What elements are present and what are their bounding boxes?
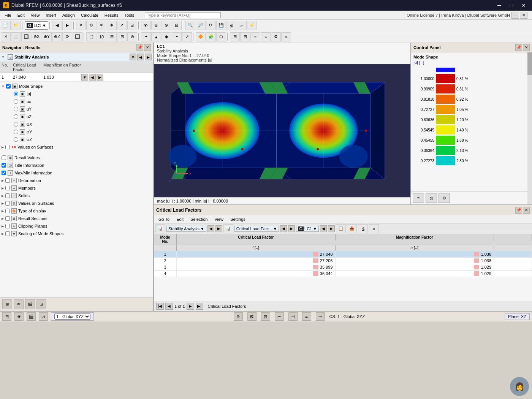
row-prev[interactable]: ◀ bbox=[89, 74, 96, 81]
scaling-expand[interactable]: ▶ bbox=[2, 232, 4, 236]
nav-clipping-planes[interactable]: ▶ ✂ Clipping Planes bbox=[0, 222, 153, 230]
clf-menu-selection[interactable]: Selection bbox=[187, 217, 211, 222]
cp-pin-btn[interactable]: 📌 bbox=[515, 44, 522, 51]
nav-mode-ux[interactable]: ▣ ux bbox=[0, 98, 153, 105]
nav-scaling-mode[interactable]: ▶ ⇔ Scaling of Mode Shapes bbox=[0, 230, 153, 238]
status-tool-2[interactable]: ⊠ bbox=[247, 312, 256, 321]
menu-view[interactable]: View bbox=[28, 11, 43, 19]
values-surfaces-2-expand[interactable]: ▶ bbox=[2, 202, 4, 205]
nav-item-mode-shape[interactable]: ▼ ▣ Mode Shape bbox=[0, 82, 153, 90]
status-tool-6[interactable]: ≡ bbox=[302, 312, 311, 321]
toolbar-btn-4[interactable]: ▶ bbox=[62, 21, 72, 30]
scaling-checkbox[interactable] bbox=[5, 231, 10, 236]
t2-btn-14[interactable]: ✦ bbox=[141, 32, 151, 41]
mode-radio-ux[interactable] bbox=[14, 99, 18, 104]
clipping-checkbox[interactable] bbox=[5, 224, 10, 228]
clf-menu-edit[interactable]: Edit bbox=[173, 217, 187, 222]
search-input[interactable] bbox=[145, 12, 221, 18]
members-expand[interactable]: ▶ bbox=[2, 187, 4, 190]
t2-btn-1[interactable]: ✕ bbox=[1, 32, 11, 41]
t2-btn-23[interactable]: ⊟ bbox=[240, 32, 250, 41]
status-btn-4[interactable]: ⊿ bbox=[39, 312, 48, 321]
menu-edit[interactable]: Edit bbox=[14, 11, 28, 19]
status-btn-3[interactable]: 🎬 bbox=[27, 312, 36, 321]
t2-btn-19[interactable]: 🔶 bbox=[196, 32, 206, 41]
toolbar-btn-20[interactable]: » bbox=[237, 21, 247, 30]
clf-nav-prev[interactable]: ◀ bbox=[207, 225, 214, 232]
mode-radio-phix[interactable] bbox=[14, 122, 18, 127]
status-cs[interactable]: 1 - Global XYZ bbox=[51, 312, 94, 321]
secondary-minimize[interactable]: ─ bbox=[511, 12, 519, 19]
status-tool-4[interactable]: ⊢ bbox=[275, 312, 284, 321]
toolbar-btn-9[interactable]: ↗ bbox=[117, 21, 127, 30]
status-tool-7[interactable]: ⊸ bbox=[316, 312, 325, 321]
t2-btn-3[interactable]: 🔲 bbox=[21, 32, 31, 41]
close-button[interactable]: ✕ bbox=[518, 2, 529, 9]
toolbar-btn-7[interactable]: ✶ bbox=[97, 21, 106, 30]
nav-mode-phiy[interactable]: ▣ φY bbox=[0, 128, 153, 136]
t2-btn-8[interactable]: 🔲 bbox=[73, 32, 82, 41]
minimize-button[interactable]: ─ bbox=[494, 2, 505, 9]
menu-insert[interactable]: Insert bbox=[43, 11, 59, 19]
t2-btn-5[interactable]: ⊕Y bbox=[42, 32, 52, 41]
row-next[interactable]: ▶ bbox=[97, 74, 103, 81]
t2-btn-4[interactable]: ⊕X bbox=[32, 32, 41, 41]
open-btn[interactable]: 📁 bbox=[11, 21, 21, 30]
nav-mode-phiz[interactable]: ▣ φZ bbox=[0, 136, 153, 143]
clf-btn-print[interactable]: 🖨 bbox=[358, 224, 368, 233]
t2-btn-13[interactable]: ⊘ bbox=[127, 32, 137, 41]
nav-values-surfaces[interactable]: ▶ XX Values on Surfaces bbox=[0, 143, 153, 151]
values-surfaces-expand[interactable]: ▶ bbox=[2, 146, 4, 149]
page-last[interactable]: ▶| bbox=[196, 303, 203, 310]
nav-title-information[interactable]: Ⓘ Title Information bbox=[0, 162, 153, 169]
toolbar-btn-18[interactable]: 💾 bbox=[216, 21, 226, 30]
members-checkbox[interactable] bbox=[5, 186, 10, 190]
deformation-expand[interactable]: ▶ bbox=[2, 179, 4, 182]
t2-btn-21[interactable]: ⬡ bbox=[216, 32, 226, 41]
toolbar-btn-14[interactable]: ⊡ bbox=[172, 21, 182, 30]
nav-mode-uz[interactable]: ▣ uZ bbox=[0, 113, 153, 120]
t2-btn-10[interactable]: 10 bbox=[97, 32, 106, 41]
mode-radio-uy[interactable] bbox=[14, 107, 18, 111]
clf-tb-icon[interactable]: 📊 bbox=[155, 224, 165, 233]
stability-expand[interactable]: ▼ bbox=[2, 55, 6, 59]
scrollbar-thumb[interactable] bbox=[527, 52, 532, 75]
page-prev[interactable]: ◀ bbox=[165, 303, 173, 310]
t2-btn-6[interactable]: ⊕Z bbox=[52, 32, 62, 41]
cs-select[interactable]: 1 - Global XYZ bbox=[54, 314, 90, 320]
status-btn-1[interactable]: ⊞ bbox=[2, 312, 11, 321]
toolbar-btn-3[interactable]: ◀ bbox=[52, 21, 62, 30]
menu-assign[interactable]: Assign bbox=[59, 11, 78, 19]
t2-btn-7[interactable]: ⟳ bbox=[62, 32, 72, 41]
clf-btn-more[interactable]: » bbox=[369, 224, 379, 233]
values-surfaces-2-checkbox[interactable] bbox=[5, 201, 10, 206]
maximize-button[interactable]: □ bbox=[506, 2, 517, 9]
t2-btn-27[interactable]: » bbox=[281, 32, 291, 41]
solids-expand[interactable]: ▶ bbox=[2, 194, 4, 198]
clf-lc-selector[interactable]: G LC1 ▼ bbox=[296, 226, 319, 232]
nav-members[interactable]: ▶ ━ Members bbox=[0, 184, 153, 192]
stability-prev[interactable]: ◀ bbox=[137, 54, 144, 60]
toolbar-btn-12[interactable]: ⊕ bbox=[151, 21, 161, 30]
clf-row-2[interactable]: 2 27.206 1.038 bbox=[154, 258, 532, 264]
solids-checkbox[interactable] bbox=[5, 193, 10, 198]
t2-btn-24[interactable]: ≡ bbox=[250, 32, 260, 41]
mode-radio-phiy[interactable] bbox=[14, 130, 18, 134]
clf-lc-prev[interactable]: ◀ bbox=[320, 225, 327, 232]
toolbar-btn-6[interactable]: ⚙ bbox=[86, 21, 96, 30]
menu-calculate[interactable]: Calculate bbox=[78, 11, 101, 19]
nav-bottom-btn-4[interactable]: ⊿ bbox=[36, 299, 46, 309]
result-values-checkbox[interactable] bbox=[2, 155, 6, 160]
nav-close-btn[interactable]: ✕ bbox=[144, 44, 151, 51]
toolbar-btn-19[interactable]: 🖨 bbox=[226, 21, 236, 30]
cp-bottom-btn-2[interactable]: ⚖ bbox=[426, 193, 437, 203]
nav-pin-btn[interactable]: 📌 bbox=[136, 44, 143, 51]
clf-btn-export[interactable]: 📤 bbox=[347, 224, 357, 233]
deformation-checkbox[interactable] bbox=[5, 178, 10, 183]
cp-close-btn[interactable]: ✕ bbox=[523, 44, 530, 51]
clf-analysis-dropdown[interactable]: ▼ bbox=[200, 226, 204, 231]
t2-btn-16[interactable]: ◆ bbox=[162, 32, 171, 41]
nav-result-values[interactable]: ⊞ Result Values bbox=[0, 154, 153, 162]
secondary-close[interactable]: ✕ bbox=[520, 12, 527, 19]
clf-row-1[interactable]: 1 27.040 1.038 bbox=[154, 251, 532, 258]
